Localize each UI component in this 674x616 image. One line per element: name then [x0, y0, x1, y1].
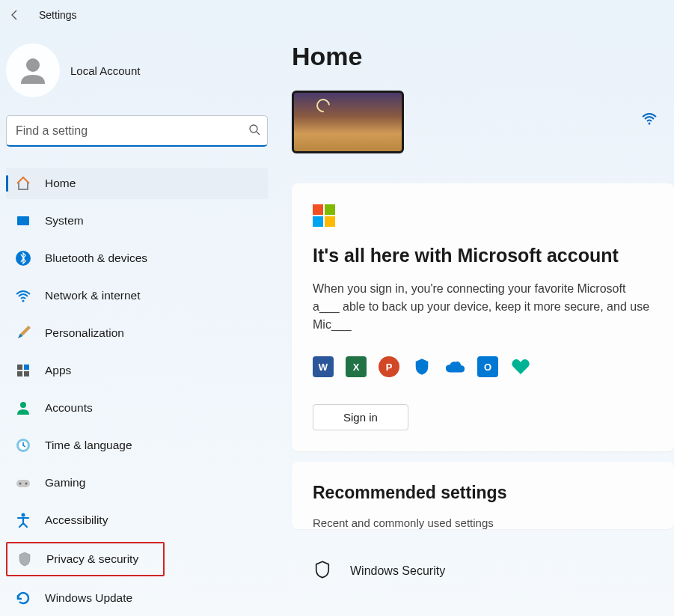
svg-point-17: [649, 123, 651, 125]
system-icon: [15, 213, 31, 229]
back-arrow-icon: [9, 9, 21, 21]
sidebar-item-system[interactable]: System: [6, 205, 268, 237]
back-button[interactable]: [6, 6, 24, 24]
avatar: [6, 43, 60, 97]
sidebar-item-label: Gaming: [45, 476, 85, 490]
sidebar-item-label: Apps: [45, 364, 71, 377]
sidebar-item-update[interactable]: Windows Update: [6, 582, 268, 614]
titlebar: Settings: [0, 0, 674, 30]
svg-point-0: [26, 58, 40, 72]
sidebar-item-label: Time & language: [45, 439, 132, 452]
sidebar-item-label: Windows Update: [45, 591, 132, 605]
bluetooth-icon: [15, 250, 31, 266]
sign-in-button[interactable]: Sign in: [313, 404, 408, 430]
svg-point-10: [20, 402, 26, 408]
page-title: Home: [292, 42, 674, 71]
sidebar-item-accessibility[interactable]: Accessibility: [6, 504, 268, 536]
search-icon: [248, 123, 260, 138]
svg-point-14: [19, 483, 22, 485]
accounts-icon: [15, 400, 31, 416]
sidebar: Local Account Home System: [0, 30, 284, 616]
svg-point-5: [22, 300, 25, 302]
setting-row-label: Windows Security: [350, 564, 445, 578]
profile-block[interactable]: Local Account: [6, 37, 284, 115]
ms-card-body: When you sign in, you're connecting your…: [313, 280, 653, 334]
wifi-icon: [15, 287, 31, 304]
gaming-icon: [15, 475, 31, 491]
sidebar-item-label: Privacy & security: [46, 552, 138, 566]
apps-icon: [15, 362, 31, 379]
wallpaper-preview[interactable]: [292, 91, 404, 153]
sidebar-item-label: Personalization: [45, 326, 124, 340]
svg-point-15: [25, 483, 28, 485]
onedrive-icon: [444, 356, 465, 377]
family-icon: [510, 356, 531, 377]
word-icon: W: [313, 356, 334, 377]
home-icon: [15, 175, 31, 192]
svg-rect-7: [24, 365, 29, 370]
nav-list: Home System Bluetooth & devices Network …: [6, 168, 284, 614]
sidebar-item-network[interactable]: Network & internet: [6, 280, 268, 311]
svg-rect-8: [17, 371, 22, 376]
sidebar-item-bluetooth[interactable]: Bluetooth & devices: [6, 243, 268, 274]
paintbrush-icon: [15, 325, 31, 341]
svg-rect-6: [17, 365, 22, 370]
sidebar-item-label: System: [45, 214, 84, 228]
sidebar-item-personalization[interactable]: Personalization: [6, 317, 268, 349]
sidebar-item-time[interactable]: Time & language: [6, 430, 268, 461]
svg-line-2: [257, 132, 260, 135]
defender-icon: [411, 356, 432, 377]
powerpoint-icon: P: [379, 356, 399, 377]
svg-point-1: [250, 125, 257, 132]
recommended-card: Recommended settings Recent and commonly…: [292, 462, 674, 529]
sidebar-item-label: Network & internet: [45, 289, 141, 302]
main-content: Home It's all here with Microsoft accoun…: [284, 30, 674, 616]
excel-icon: X: [346, 356, 367, 377]
sidebar-item-label: Bluetooth & devices: [45, 251, 147, 265]
sidebar-item-home[interactable]: Home: [6, 168, 268, 199]
shield-icon: [16, 551, 33, 567]
sidebar-item-apps[interactable]: Apps: [6, 355, 268, 386]
setting-row-windows-security[interactable]: Windows Security: [292, 540, 674, 583]
profile-name: Local Account: [70, 64, 140, 77]
svg-rect-9: [24, 371, 29, 376]
sidebar-item-label: Accessibility: [45, 513, 108, 527]
app-icon-row: W X P O: [313, 356, 653, 377]
microsoft-account-card: It's all here with Microsoft account Whe…: [292, 183, 674, 451]
clock-icon: [15, 437, 31, 454]
accessibility-icon: [15, 512, 31, 528]
sidebar-item-privacy[interactable]: Privacy & security: [6, 542, 165, 576]
update-icon: [15, 590, 31, 606]
microsoft-logo-icon: [313, 204, 335, 227]
wifi-status-icon[interactable]: [640, 110, 659, 129]
sidebar-item-label: Accounts: [45, 401, 93, 415]
svg-rect-3: [17, 216, 29, 225]
svg-rect-13: [16, 480, 30, 487]
sidebar-item-accounts[interactable]: Accounts: [6, 392, 268, 424]
window-title: Settings: [39, 9, 77, 21]
avatar-icon: [16, 54, 49, 87]
recommended-heading: Recommended settings: [313, 483, 653, 503]
outlook-icon: O: [477, 356, 498, 377]
sidebar-item-gaming[interactable]: Gaming: [6, 467, 268, 498]
security-shield-icon: [313, 559, 332, 583]
sidebar-item-label: Home: [45, 177, 76, 190]
svg-point-16: [22, 513, 25, 517]
recommended-subtitle: Recent and commonly used settings: [313, 516, 653, 529]
hero-row: [292, 91, 674, 153]
search-field[interactable]: [6, 115, 268, 147]
ms-card-heading: It's all here with Microsoft account: [313, 245, 653, 266]
search-input[interactable]: [6, 115, 268, 147]
